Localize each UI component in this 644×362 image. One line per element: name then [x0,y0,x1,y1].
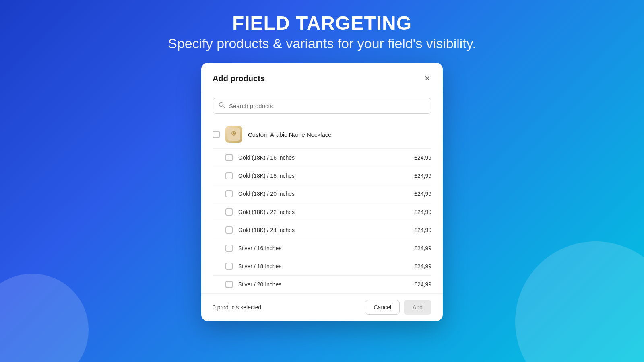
bg-decoration-right [515,241,644,362]
variant-name-3: Gold (18K) / 22 Inches [238,209,409,215]
variant-row: Gold (18K) / 22 Inches £24,99 [213,203,431,221]
variant-row: Gold (18K) / 20 Inches £24,99 [213,185,431,203]
svg-line-1 [223,106,225,108]
bg-decoration-left [0,274,89,362]
page-header: FIELD TARGETING Specify products & varia… [168,12,476,51]
modal-header: Add products × [201,63,443,91]
page-title: FIELD TARGETING [168,12,476,34]
product-thumbnail [225,126,242,143]
selected-count: 0 products selected [213,304,261,311]
variant-row: Gold (18K) / 24 Inches £24,99 [213,221,431,239]
variant-price-2: £24,99 [414,191,431,197]
variant-price-1: £24,99 [414,173,431,179]
search-section [201,91,443,120]
page-subtitle: Specify products & variants for your fie… [168,36,476,51]
search-input[interactable] [229,103,425,109]
add-button[interactable]: Add [404,300,431,315]
product-row: Custom Arabic Name Necklace [213,120,431,149]
variant-checkbox-1[interactable] [225,172,233,179]
svg-rect-2 [227,128,240,141]
variant-name-7: Silver / 20 Inches [238,281,409,288]
variant-price-7: £24,99 [414,281,431,288]
variant-name-2: Gold (18K) / 20 Inches [238,191,409,197]
variant-name-6: Silver / 18 Inches [238,263,409,269]
variant-row: Silver / 16 Inches £24,99 [213,239,431,257]
close-button[interactable]: × [423,72,431,84]
variant-name-5: Silver / 16 Inches [238,245,409,251]
variant-checkbox-4[interactable] [225,226,233,234]
product-checkbox[interactable] [213,131,220,138]
footer-buttons: Cancel Add [365,300,431,315]
variant-price-0: £24,99 [414,154,431,161]
variant-checkbox-3[interactable] [225,208,233,216]
variant-price-5: £24,99 [414,245,431,251]
svg-point-4 [233,132,235,134]
variant-checkbox-0[interactable] [225,154,233,161]
variant-name-0: Gold (18K) / 16 Inches [238,154,409,161]
variant-checkbox-2[interactable] [225,190,233,197]
variant-price-6: £24,99 [414,263,431,269]
modal-footer: 0 products selected Cancel Add [201,293,443,321]
variant-row: Silver / 18 Inches £24,99 [213,257,431,276]
add-products-modal: Add products × [201,63,443,321]
product-name: Custom Arabic Name Necklace [248,131,332,138]
modal-title: Add products [213,74,265,83]
variant-checkbox-7[interactable] [225,281,233,288]
variant-checkbox-5[interactable] [225,245,233,252]
variant-name-4: Gold (18K) / 24 Inches [238,227,409,233]
variant-price-4: £24,99 [414,227,431,233]
variant-row: Silver / 20 Inches £24,99 [213,276,431,293]
variant-checkbox-6[interactable] [225,263,233,270]
variants-list: Gold (18K) / 16 Inches £24,99 Gold (18K)… [213,149,431,293]
cancel-button[interactable]: Cancel [365,300,400,315]
variant-row: Gold (18K) / 16 Inches £24,99 [213,149,431,167]
variant-price-3: £24,99 [414,209,431,215]
variant-row: Gold (18K) / 18 Inches £24,99 [213,167,431,185]
search-wrapper [213,98,431,114]
modal-body: Custom Arabic Name Necklace Gold (18K) /… [201,120,443,293]
variant-name-1: Gold (18K) / 18 Inches [238,173,409,179]
search-icon [219,102,225,110]
